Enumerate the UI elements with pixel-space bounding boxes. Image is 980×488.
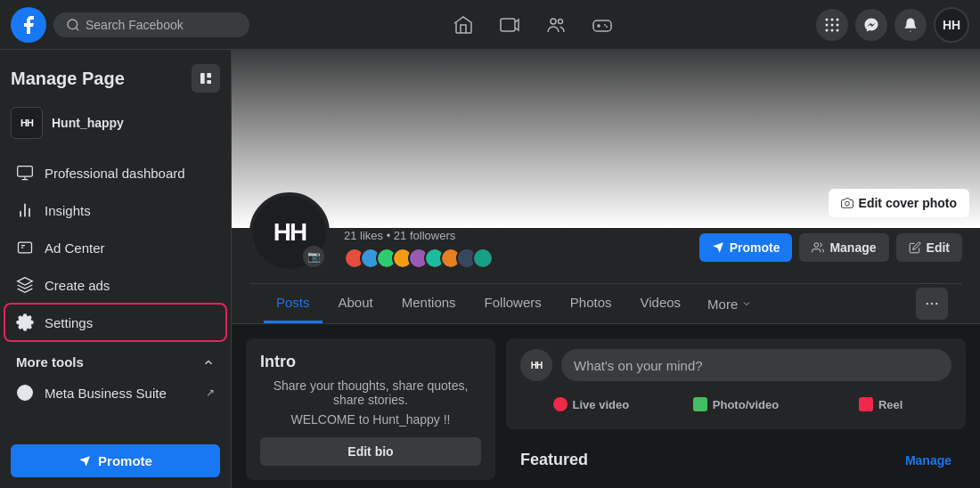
sidebar: Manage Page HH Hunt_happy Professional d…: [0, 50, 232, 488]
video-nav-btn[interactable]: [488, 4, 531, 46]
sidebar-item-insights[interactable]: Insights: [5, 192, 225, 228]
apps-btn[interactable]: [816, 9, 848, 41]
home-icon: [453, 14, 474, 36]
page-tabs: Posts About Mentions Followers Photos Vi…: [249, 283, 962, 323]
svg-point-6: [606, 26, 608, 28]
search-bar[interactable]: [53, 12, 249, 37]
post-actions: Live video Photo/video Reel: [520, 390, 951, 419]
profile-avatar: HH 📷: [249, 192, 330, 272]
profile-stats: 21 likes • 21 followers: [344, 229, 685, 242]
reel-label: Reel: [878, 398, 902, 411]
manage-page-btn[interactable]: Manage: [799, 233, 888, 262]
sidebar-item-create-ads-label: Create ads: [45, 278, 110, 293]
sidebar-item-insights-label: Insights: [45, 203, 91, 218]
svg-rect-20: [19, 242, 32, 253]
sidebar-item-professional-dashboard[interactable]: Professional dashboard: [5, 155, 225, 191]
svg-point-2: [551, 19, 556, 24]
more-tools-header[interactable]: More tools: [0, 346, 231, 373]
intro-card: Intro Share your thoughts, share quotes,…: [246, 338, 495, 480]
user-avatar[interactable]: HH: [934, 7, 969, 43]
sidebar-nav: Professional dashboard Insights Ad Cente…: [0, 150, 231, 346]
sidebar-item-ad-center[interactable]: Ad Center: [5, 230, 225, 265]
svg-point-13: [826, 28, 829, 31]
external-link-icon: ↗: [206, 386, 215, 399]
post-placeholder: What's on your mind?: [574, 358, 703, 373]
live-video-label: Live video: [573, 398, 630, 411]
follower-avatar-9: [472, 248, 494, 269]
edit-cover-btn[interactable]: Edit cover photo: [829, 189, 969, 217]
svg-point-12: [837, 23, 839, 26]
post-input[interactable]: What's on your mind?: [561, 349, 951, 381]
manage-icon: [812, 241, 824, 254]
facebook-logo[interactable]: [11, 7, 46, 43]
featured-title: Featured: [520, 451, 588, 469]
intro-title: Intro: [260, 353, 481, 371]
featured-manage-btn[interactable]: Manage: [905, 453, 951, 468]
promote-btn-label: Promote: [730, 240, 780, 255]
profile-actions: Promote Manage Edit: [699, 233, 962, 272]
tab-mentions[interactable]: Mentions: [389, 284, 469, 323]
svg-rect-16: [200, 73, 205, 84]
svg-point-3: [559, 19, 563, 23]
home-nav-btn[interactable]: [442, 4, 485, 46]
tabs-more-btn[interactable]: More: [697, 289, 763, 319]
manage-page-title: Manage Page: [11, 69, 125, 89]
sidebar-header: Manage Page: [0, 50, 231, 100]
content-area: Intro Share your thoughts, share quotes,…: [232, 324, 980, 488]
main-content: Edit cover photo HH 📷 Hunt_happy 21 like…: [232, 50, 980, 488]
svg-point-26: [931, 303, 933, 305]
tab-videos[interactable]: Videos: [627, 284, 693, 323]
chevron-up-icon: [202, 356, 215, 369]
reel-btn[interactable]: Reel: [810, 390, 951, 419]
main-layout: Manage Page HH Hunt_happy Professional d…: [0, 50, 980, 488]
manage-btn-label: Manage: [829, 240, 876, 255]
messenger-btn[interactable]: [855, 9, 887, 41]
post-box: HH What's on your mind? Live video: [506, 338, 966, 429]
sidebar-promote-label: Promote: [98, 453, 152, 468]
tab-posts[interactable]: Posts: [264, 284, 323, 323]
friends-icon: [545, 14, 567, 36]
change-avatar-btn[interactable]: 📷: [303, 246, 324, 267]
tab-about[interactable]: About: [326, 284, 386, 323]
svg-point-24: [814, 243, 819, 248]
sidebar-promote-btn[interactable]: Promote: [11, 444, 220, 477]
edit-bio-btn[interactable]: Edit bio: [260, 437, 481, 466]
sidebar-item-meta-business-suite[interactable]: Meta Business Suite ↗: [5, 375, 225, 411]
post-box-avatar: HH: [520, 349, 552, 381]
svg-point-10: [826, 23, 829, 26]
settings-icon: [16, 313, 34, 331]
live-video-btn[interactable]: Live video: [520, 390, 662, 419]
meta-suite-label: Meta Business Suite: [45, 386, 167, 401]
sidebar-item-settings[interactable]: Settings: [5, 305, 225, 340]
svg-point-8: [831, 18, 834, 20]
edit-page-btn[interactable]: Edit: [896, 233, 962, 262]
featured-section: Featured Manage: [506, 440, 966, 473]
tab-followers[interactable]: Followers: [472, 284, 554, 323]
nav-center: [257, 4, 809, 46]
svg-rect-18: [207, 80, 211, 84]
profile-avatar-text: HH: [274, 218, 306, 247]
svg-point-14: [831, 28, 834, 31]
svg-rect-4: [593, 20, 611, 31]
sidebar-item-create-ads[interactable]: Create ads: [5, 267, 225, 303]
gaming-icon: [592, 14, 613, 36]
follower-avatars: [344, 248, 685, 269]
sidebar-toggle-btn[interactable]: [192, 64, 220, 93]
svg-point-27: [935, 303, 937, 305]
gaming-nav-btn[interactable]: [581, 4, 624, 46]
pencil-icon: [909, 241, 921, 254]
tab-photos[interactable]: Photos: [558, 284, 625, 323]
page-identity[interactable]: HH Hunt_happy: [0, 100, 231, 150]
search-input[interactable]: [86, 18, 237, 32]
tabs-options-btn[interactable]: [916, 288, 948, 320]
svg-point-5: [604, 24, 606, 26]
ad-center-icon: [16, 239, 34, 256]
people-nav-btn[interactable]: [535, 4, 577, 46]
svg-point-15: [837, 28, 839, 31]
right-column: HH What's on your mind? Live video: [506, 338, 966, 480]
notifications-btn[interactable]: [894, 9, 927, 41]
insights-icon: [16, 201, 34, 219]
promote-page-btn[interactable]: Promote: [699, 233, 793, 262]
photo-video-btn[interactable]: Photo/video: [666, 390, 807, 419]
top-navigation: HH: [0, 0, 980, 50]
